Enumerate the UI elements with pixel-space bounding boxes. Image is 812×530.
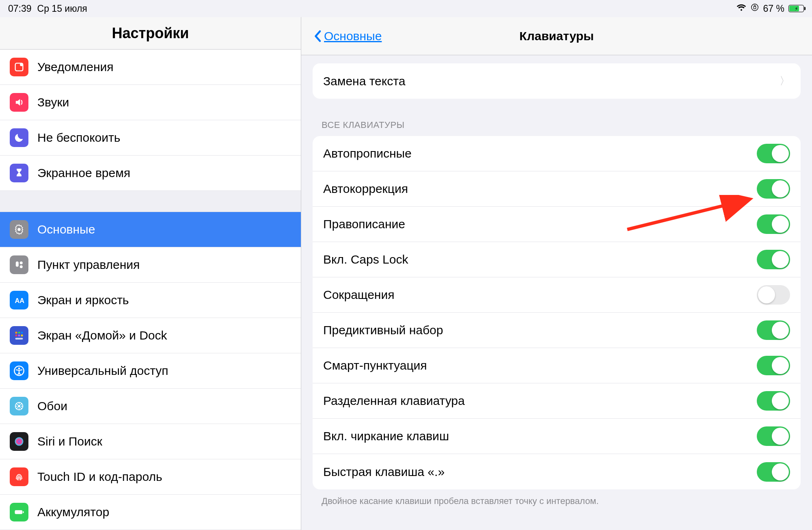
sidebar: Настройки УведомленияЗвукиНе беспокоитьЭ… (0, 17, 301, 530)
brightness-icon: AA (10, 291, 28, 309)
sidebar-item-siri[interactable]: Siri и Поиск (0, 424, 301, 459)
sidebar-item-label: Аккумулятор (37, 505, 109, 519)
sidebar-item-brightness[interactable]: AAЭкран и яркость (0, 283, 301, 318)
toggle-label: Вкл. чиркание клавиш (323, 429, 757, 443)
toggle-label: Сокращения (323, 288, 757, 302)
toggle-label: Смарт-пунктуация (323, 359, 757, 372)
siri-icon (10, 432, 28, 451)
row-toggle-7: Разделенная клавиатура (313, 383, 801, 419)
toggle-switch[interactable] (757, 356, 790, 375)
sidebar-item-label: Пункт управления (37, 258, 140, 272)
row-toggle-3: Вкл. Caps Lock (313, 242, 801, 277)
sidebar-item-notifications[interactable]: Уведомления (0, 50, 301, 85)
row-toggle-5: Предиктивный набор (313, 313, 801, 348)
svg-rect-21 (15, 510, 23, 514)
svg-point-19 (18, 405, 20, 407)
row-text-replacement[interactable]: Замена текста 〉 (313, 63, 801, 99)
sidebar-item-dnd[interactable]: Не беспокоить (0, 120, 301, 156)
row-label: Замена текста (323, 74, 780, 88)
row-toggle-1: Автокоррекция (313, 171, 801, 207)
back-label: Основные (324, 29, 382, 43)
toggle-switch[interactable] (757, 250, 790, 269)
battery-icon (10, 503, 28, 521)
battery-pct: 67 % (763, 3, 784, 14)
status-bar: 07:39 Ср 15 июля 67 % ⚡︎ (0, 0, 812, 17)
sidebar-title: Настройки (0, 17, 301, 50)
svg-rect-9 (15, 332, 17, 334)
toggle-switch[interactable] (757, 285, 790, 305)
sidebar-item-gear[interactable]: Основные (0, 212, 301, 247)
sidebar-item-control[interactable]: Пункт управления (0, 247, 301, 283)
sidebar-item-touchid[interactable]: Touch ID и код-пароль (0, 459, 301, 495)
sidebar-item-label: Не беспокоить (37, 131, 120, 145)
control-icon (10, 255, 28, 274)
touchid-icon (10, 467, 28, 486)
sidebar-gap (0, 191, 301, 212)
detail-title: Клавиатуры (519, 29, 594, 43)
wifi-icon (736, 3, 746, 14)
row-toggle-9: Быстрая клавиша «.» (313, 454, 801, 489)
detail-panel: Основные Клавиатуры Замена текста 〉 ВСЕ … (301, 17, 812, 530)
svg-rect-5 (16, 262, 19, 267)
sidebar-item-label: Обои (37, 399, 67, 413)
row-toggle-8: Вкл. чиркание клавиш (313, 419, 801, 454)
sidebar-item-label: Экран «Домой» и Dock (37, 329, 167, 342)
detail-header: Основные Клавиатуры (301, 17, 812, 55)
sidebar-item-sounds[interactable]: Звуки (0, 85, 301, 120)
toggle-label: Автокоррекция (323, 182, 757, 196)
svg-rect-10 (18, 332, 20, 334)
status-time: 07:39 (8, 3, 32, 14)
hourglass-icon (10, 164, 28, 182)
sidebar-item-battery[interactable]: Аккумулятор (0, 495, 301, 530)
svg-rect-15 (15, 338, 23, 340)
svg-rect-11 (21, 332, 23, 334)
svg-point-17 (18, 368, 20, 370)
toggle-label: Правописание (323, 217, 757, 231)
svg-point-6 (20, 262, 23, 264)
toggle-switch[interactable] (757, 426, 790, 446)
sidebar-item-label: Основные (37, 223, 95, 236)
dnd-icon (10, 128, 28, 147)
svg-point-0 (751, 4, 758, 11)
toggle-switch[interactable] (757, 462, 790, 482)
toggle-switch[interactable] (757, 179, 790, 199)
sidebar-item-label: Звуки (37, 95, 69, 109)
toggle-label: Предиктивный набор (323, 323, 757, 337)
svg-rect-1 (754, 6, 756, 9)
rotation-lock-icon (750, 3, 759, 14)
status-date: Ср 15 июля (37, 3, 87, 14)
back-button[interactable]: Основные (313, 29, 382, 43)
accessibility-icon (10, 361, 28, 380)
toggle-switch[interactable] (757, 144, 790, 163)
svg-point-7 (20, 265, 23, 268)
svg-point-4 (17, 228, 20, 231)
svg-rect-14 (21, 335, 23, 337)
sidebar-item-accessibility[interactable]: Универсальный доступ (0, 353, 301, 389)
row-toggle-4: Сокращения (313, 277, 801, 313)
row-toggle-2: Правописание (313, 207, 801, 242)
sidebar-item-hourglass[interactable]: Экранное время (0, 156, 301, 191)
svg-text:AA: AA (15, 297, 25, 304)
battery-icon: ⚡︎ (788, 5, 804, 12)
toggle-switch[interactable] (757, 320, 790, 340)
toggle-switch[interactable] (757, 214, 790, 234)
toggle-label: Быстрая клавиша «.» (323, 465, 757, 479)
row-toggle-6: Смарт-пунктуация (313, 348, 801, 383)
sidebar-item-label: Уведомления (37, 60, 114, 74)
sidebar-item-wallpaper[interactable]: Обои (0, 389, 301, 424)
sidebar-item-home[interactable]: Экран «Домой» и Dock (0, 318, 301, 353)
sidebar-item-label: Универсальный доступ (37, 364, 168, 378)
svg-point-20 (15, 437, 24, 446)
toggle-switch[interactable] (757, 391, 790, 411)
group-text-replacement: Замена текста 〉 (313, 63, 801, 99)
sounds-icon (10, 93, 28, 112)
toggle-label: Вкл. Caps Lock (323, 253, 757, 266)
home-icon (10, 326, 28, 345)
chevron-right-icon: 〉 (780, 74, 790, 88)
row-toggle-0: Автопрописные (313, 136, 801, 171)
svg-rect-22 (23, 511, 24, 513)
group-toggles: АвтопрописныеАвтокоррекцияПравописаниеВк… (313, 136, 801, 489)
footer-note: Двойное касание клавиши пробела вставляе… (313, 489, 801, 513)
svg-rect-13 (18, 335, 20, 337)
svg-rect-12 (15, 335, 17, 337)
